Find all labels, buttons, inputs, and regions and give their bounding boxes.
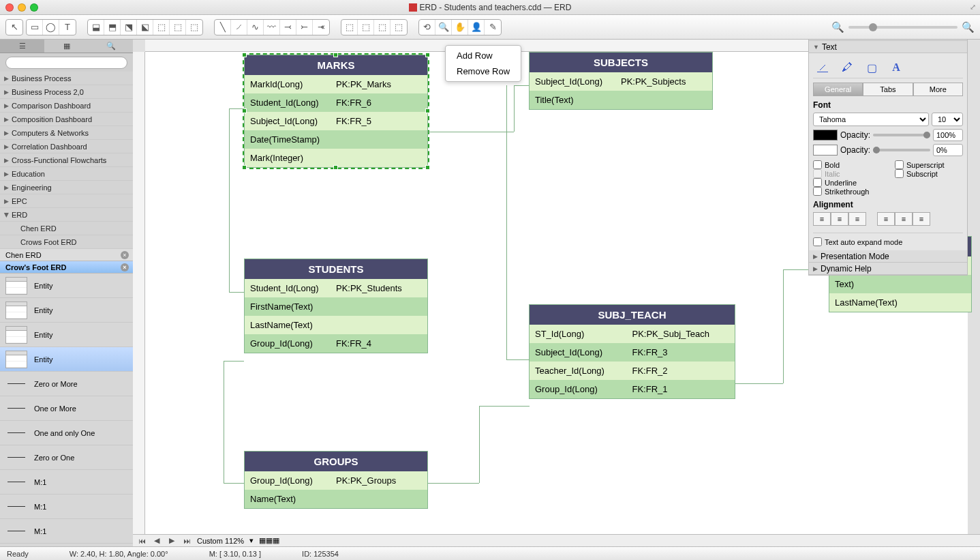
text-highlight-icon[interactable]: 🖍 (838, 60, 857, 75)
entity-row[interactable]: Mark(Integer) (245, 149, 427, 167)
curve-tool[interactable]: ∿ (247, 20, 264, 35)
zoom-slider[interactable] (848, 26, 958, 29)
subscript-checkbox[interactable] (895, 169, 904, 178)
tree-item[interactable]: ▶ERD (0, 208, 133, 222)
edit-tool[interactable]: ✎ (485, 20, 501, 35)
text-opacity-slider[interactable] (873, 134, 930, 136)
search-view-tab[interactable]: 🔍 (89, 40, 133, 53)
shape-item[interactable]: Entity (0, 298, 133, 323)
shape-item[interactable]: Zero or One (0, 445, 133, 470)
zoom-dropdown-icon[interactable]: ▾ (249, 536, 254, 545)
tree-item[interactable]: Chen ERD (0, 222, 133, 235)
tree-item[interactable]: Crows Foot ERD (0, 235, 133, 249)
underline-checkbox[interactable] (813, 178, 822, 187)
tree-item[interactable]: ▶Cross-Functional Flowcharts (0, 153, 133, 167)
font-family-select[interactable]: Tahoma (813, 113, 929, 126)
text-opacity-value[interactable] (933, 129, 963, 141)
strike-checkbox[interactable] (813, 187, 822, 196)
valign-top-button[interactable]: ≡ (877, 212, 895, 226)
zoom-window-button[interactable] (30, 3, 38, 12)
info-tool[interactable]: 👤 (468, 20, 485, 35)
text-box-icon[interactable]: ▢ (862, 60, 881, 75)
group-tool-3[interactable]: ⬚ (374, 20, 391, 35)
connector-tool-1[interactable]: ⤙ (280, 20, 296, 35)
page-prev-button[interactable]: ◀ (152, 536, 162, 545)
panel-section-text[interactable]: ▼Text (809, 41, 967, 53)
pointer-tool[interactable]: ↖ (6, 20, 22, 35)
shape-item[interactable]: M:1 (0, 470, 133, 495)
connector-tool-3[interactable]: ⤛ (313, 20, 329, 35)
minimize-window-button[interactable] (18, 3, 26, 12)
connector-tool-2[interactable]: ⤚ (296, 20, 313, 35)
arc-tool[interactable]: ⟋ (231, 20, 247, 35)
tree-item[interactable]: ▶EPC (0, 194, 133, 208)
hand-tool[interactable]: ✋ (452, 20, 468, 35)
library-tab[interactable]: Crow's Foot ERD× (0, 261, 133, 274)
text-color-swatch[interactable] (813, 130, 838, 141)
entity-row[interactable]: Subject_Id(Long)FK:FR_3 (530, 343, 735, 362)
entity-subjects[interactable]: SUBJECTS Subject_Id(Long)PK:PK_SubjectsT… (529, 52, 713, 110)
text-font-icon[interactable]: A (887, 60, 906, 75)
org-tool-6[interactable]: ⬚ (170, 20, 186, 35)
auto-expand-checkbox[interactable] (813, 237, 822, 246)
group-tool-2[interactable]: ⬚ (358, 20, 374, 35)
close-tab-icon[interactable]: × (121, 251, 129, 259)
entity-row[interactable]: Text) (829, 275, 971, 293)
page-last-button[interactable]: ⏭ (182, 537, 192, 545)
text-underline-icon[interactable]: ⟋ (813, 60, 832, 75)
close-window-button[interactable] (5, 3, 14, 12)
valign-middle-button[interactable]: ≡ (895, 212, 913, 226)
panel-tab-general[interactable]: General (813, 83, 863, 96)
resize-icon[interactable]: ⤢ (970, 3, 976, 12)
zoom-out-button[interactable]: 🔍 (831, 21, 844, 33)
entity-row[interactable]: Student_Id(Long)FK:FR_6 (245, 93, 427, 112)
list-view-tab[interactable]: ▦ (44, 40, 89, 53)
entity-row[interactable]: LastName(Text) (245, 316, 427, 334)
tree-item[interactable]: ▶Business Process (0, 72, 133, 85)
valign-bottom-button[interactable]: ≡ (913, 212, 930, 226)
rect-tool[interactable]: ▭ (27, 20, 43, 35)
page-next-button[interactable]: ▶ (167, 536, 177, 545)
shape-item[interactable]: One or More (0, 396, 133, 421)
entity-students[interactable]: STUDENTS Student_Id(Long)PK:PK_StudentsF… (244, 259, 428, 353)
panel-section-presentation[interactable]: ▶Presentation Mode (809, 250, 967, 263)
superscript-checkbox[interactable] (895, 160, 904, 169)
entity-row[interactable]: LastName(Text) (829, 293, 971, 312)
entity-row[interactable]: Subject_Id(Long)PK:PK_Subjects (530, 72, 712, 91)
shape-item[interactable]: Entity (0, 274, 133, 298)
zoom-level-label[interactable]: Custom 112% (197, 537, 244, 545)
entity-subj-teach[interactable]: SUBJ_TEACH ST_Id(Long)PK:PK_Subj_TeachSu… (529, 304, 735, 399)
panel-tab-more[interactable]: More (913, 83, 963, 96)
entity-row[interactable]: Date(TimeStamp) (245, 130, 427, 149)
org-tool-5[interactable]: ⬚ (153, 20, 170, 35)
ellipse-tool[interactable]: ◯ (43, 20, 59, 35)
tree-item[interactable]: ▶Comparison Dashboard (0, 99, 133, 113)
tree-item[interactable]: ▶Correlation Dashboard (0, 140, 133, 153)
entity-row[interactable]: Subject_Id(Long)FK:FR_5 (245, 112, 427, 130)
entity-row[interactable]: Group_Id(Long)FK:FR_4 (245, 334, 427, 353)
bg-opacity-slider[interactable] (873, 149, 930, 151)
entity-groups[interactable]: GROUPS Group_Id(Long)PK:PK_GroupsName(Te… (244, 451, 428, 509)
shape-item[interactable]: M:1 (0, 519, 133, 544)
panel-section-help[interactable]: ▶Dynamic Help (809, 263, 967, 275)
org-tool-1[interactable]: ⬓ (88, 20, 104, 35)
zoom-in-button[interactable]: 🔍 (962, 21, 975, 33)
shape-item[interactable]: One and only One (0, 421, 133, 445)
tree-item[interactable]: ▶Engineering (0, 181, 133, 194)
align-center-button[interactable]: ≡ (831, 212, 848, 226)
org-tool-4[interactable]: ⬕ (137, 20, 153, 35)
align-left-button[interactable]: ≡ (813, 212, 831, 226)
group-tool-1[interactable]: ⬚ (341, 20, 358, 35)
tree-view-tab[interactable]: ☰ (0, 40, 44, 53)
org-tool-2[interactable]: ⬒ (104, 20, 121, 35)
reset-tool[interactable]: ⟲ (419, 20, 435, 35)
text-tool[interactable]: T (59, 20, 76, 35)
shape-item[interactable]: Entity (0, 323, 133, 347)
entity-row[interactable]: Name(Text) (245, 490, 427, 508)
bg-opacity-value[interactable] (933, 144, 963, 156)
entity-row[interactable]: Student_Id(Long)PK:PK_Students (245, 279, 427, 297)
drawing-canvas[interactable]: MARKS MarkId(Long)PK:PK_MarksStudent_Id(… (145, 52, 968, 534)
context-menu-remove-row[interactable]: Remove Row (446, 63, 521, 79)
font-size-select[interactable]: 10 (932, 113, 963, 126)
spline-tool[interactable]: 〰 (264, 20, 280, 35)
